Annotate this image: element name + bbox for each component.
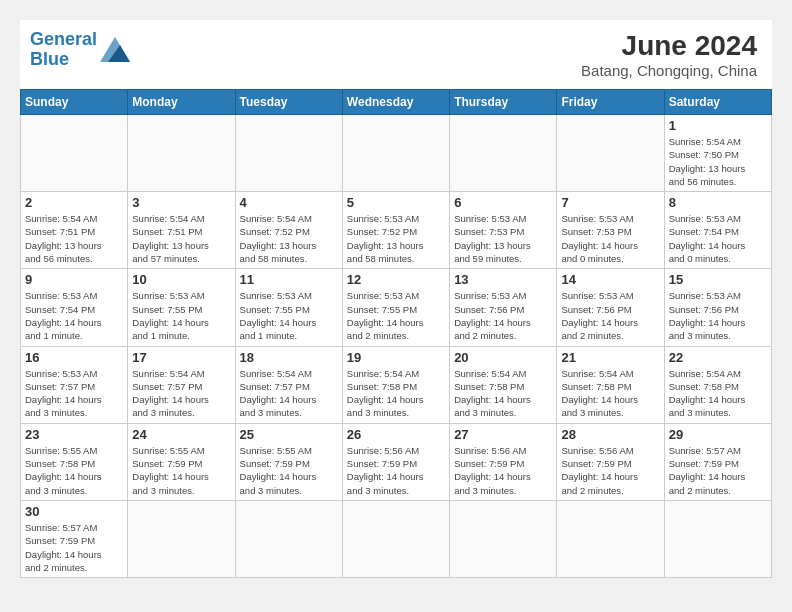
calendar-cell: 12Sunrise: 5:53 AM Sunset: 7:55 PM Dayli… bbox=[342, 269, 449, 346]
calendar-week-0: 1Sunrise: 5:54 AM Sunset: 7:50 PM Daylig… bbox=[21, 115, 772, 192]
day-number: 8 bbox=[669, 195, 767, 210]
day-info: Sunrise: 5:54 AM Sunset: 7:58 PM Dayligh… bbox=[347, 367, 445, 420]
calendar-cell: 11Sunrise: 5:53 AM Sunset: 7:55 PM Dayli… bbox=[235, 269, 342, 346]
day-info: Sunrise: 5:55 AM Sunset: 7:59 PM Dayligh… bbox=[132, 444, 230, 497]
day-number: 30 bbox=[25, 504, 123, 519]
day-info: Sunrise: 5:54 AM Sunset: 7:58 PM Dayligh… bbox=[669, 367, 767, 420]
day-number: 1 bbox=[669, 118, 767, 133]
day-info: Sunrise: 5:54 AM Sunset: 7:57 PM Dayligh… bbox=[240, 367, 338, 420]
day-number: 18 bbox=[240, 350, 338, 365]
calendar-cell bbox=[128, 500, 235, 577]
day-number: 21 bbox=[561, 350, 659, 365]
day-info: Sunrise: 5:53 AM Sunset: 7:55 PM Dayligh… bbox=[240, 289, 338, 342]
calendar-cell: 8Sunrise: 5:53 AM Sunset: 7:54 PM Daylig… bbox=[664, 192, 771, 269]
calendar-cell: 29Sunrise: 5:57 AM Sunset: 7:59 PM Dayli… bbox=[664, 423, 771, 500]
calendar-cell: 17Sunrise: 5:54 AM Sunset: 7:57 PM Dayli… bbox=[128, 346, 235, 423]
day-number: 11 bbox=[240, 272, 338, 287]
col-monday: Monday bbox=[128, 90, 235, 115]
day-info: Sunrise: 5:57 AM Sunset: 7:59 PM Dayligh… bbox=[25, 521, 123, 574]
calendar-week-4: 23Sunrise: 5:55 AM Sunset: 7:58 PM Dayli… bbox=[21, 423, 772, 500]
calendar-cell: 22Sunrise: 5:54 AM Sunset: 7:58 PM Dayli… bbox=[664, 346, 771, 423]
day-info: Sunrise: 5:53 AM Sunset: 7:53 PM Dayligh… bbox=[454, 212, 552, 265]
day-info: Sunrise: 5:54 AM Sunset: 7:50 PM Dayligh… bbox=[669, 135, 767, 188]
calendar-cell bbox=[557, 115, 664, 192]
calendar-cell bbox=[342, 115, 449, 192]
logo-blue: Blue bbox=[30, 49, 69, 69]
col-friday: Friday bbox=[557, 90, 664, 115]
day-info: Sunrise: 5:54 AM Sunset: 7:52 PM Dayligh… bbox=[240, 212, 338, 265]
calendar-cell: 2Sunrise: 5:54 AM Sunset: 7:51 PM Daylig… bbox=[21, 192, 128, 269]
calendar-week-1: 2Sunrise: 5:54 AM Sunset: 7:51 PM Daylig… bbox=[21, 192, 772, 269]
day-number: 29 bbox=[669, 427, 767, 442]
calendar-cell: 18Sunrise: 5:54 AM Sunset: 7:57 PM Dayli… bbox=[235, 346, 342, 423]
day-info: Sunrise: 5:54 AM Sunset: 7:51 PM Dayligh… bbox=[25, 212, 123, 265]
calendar-header: General Blue June 2024 Batang, Chongqing… bbox=[20, 20, 772, 89]
calendar-cell bbox=[664, 500, 771, 577]
calendar-cell: 25Sunrise: 5:55 AM Sunset: 7:59 PM Dayli… bbox=[235, 423, 342, 500]
day-number: 13 bbox=[454, 272, 552, 287]
day-info: Sunrise: 5:53 AM Sunset: 7:55 PM Dayligh… bbox=[132, 289, 230, 342]
calendar-cell: 21Sunrise: 5:54 AM Sunset: 7:58 PM Dayli… bbox=[557, 346, 664, 423]
day-info: Sunrise: 5:53 AM Sunset: 7:56 PM Dayligh… bbox=[669, 289, 767, 342]
day-number: 7 bbox=[561, 195, 659, 210]
month-year: June 2024 bbox=[581, 30, 757, 62]
day-info: Sunrise: 5:55 AM Sunset: 7:58 PM Dayligh… bbox=[25, 444, 123, 497]
day-info: Sunrise: 5:54 AM Sunset: 7:51 PM Dayligh… bbox=[132, 212, 230, 265]
day-info: Sunrise: 5:54 AM Sunset: 7:57 PM Dayligh… bbox=[132, 367, 230, 420]
calendar-table: Sunday Monday Tuesday Wednesday Thursday… bbox=[20, 89, 772, 578]
logo: General Blue bbox=[30, 30, 130, 70]
day-number: 2 bbox=[25, 195, 123, 210]
day-number: 16 bbox=[25, 350, 123, 365]
day-number: 14 bbox=[561, 272, 659, 287]
logo-icon bbox=[100, 37, 130, 62]
day-number: 25 bbox=[240, 427, 338, 442]
calendar-cell: 13Sunrise: 5:53 AM Sunset: 7:56 PM Dayli… bbox=[450, 269, 557, 346]
calendar-cell bbox=[450, 115, 557, 192]
day-info: Sunrise: 5:56 AM Sunset: 7:59 PM Dayligh… bbox=[347, 444, 445, 497]
calendar-week-3: 16Sunrise: 5:53 AM Sunset: 7:57 PM Dayli… bbox=[21, 346, 772, 423]
calendar-cell bbox=[128, 115, 235, 192]
day-number: 6 bbox=[454, 195, 552, 210]
calendar-week-2: 9Sunrise: 5:53 AM Sunset: 7:54 PM Daylig… bbox=[21, 269, 772, 346]
logo-general: General bbox=[30, 29, 97, 49]
day-number: 22 bbox=[669, 350, 767, 365]
day-number: 17 bbox=[132, 350, 230, 365]
calendar-cell: 4Sunrise: 5:54 AM Sunset: 7:52 PM Daylig… bbox=[235, 192, 342, 269]
day-info: Sunrise: 5:55 AM Sunset: 7:59 PM Dayligh… bbox=[240, 444, 338, 497]
calendar-cell: 24Sunrise: 5:55 AM Sunset: 7:59 PM Dayli… bbox=[128, 423, 235, 500]
day-number: 9 bbox=[25, 272, 123, 287]
day-info: Sunrise: 5:56 AM Sunset: 7:59 PM Dayligh… bbox=[561, 444, 659, 497]
day-number: 27 bbox=[454, 427, 552, 442]
day-info: Sunrise: 5:56 AM Sunset: 7:59 PM Dayligh… bbox=[454, 444, 552, 497]
day-number: 20 bbox=[454, 350, 552, 365]
calendar-cell: 1Sunrise: 5:54 AM Sunset: 7:50 PM Daylig… bbox=[664, 115, 771, 192]
day-number: 10 bbox=[132, 272, 230, 287]
calendar-cell bbox=[235, 115, 342, 192]
col-tuesday: Tuesday bbox=[235, 90, 342, 115]
day-info: Sunrise: 5:53 AM Sunset: 7:54 PM Dayligh… bbox=[25, 289, 123, 342]
calendar-cell: 10Sunrise: 5:53 AM Sunset: 7:55 PM Dayli… bbox=[128, 269, 235, 346]
col-wednesday: Wednesday bbox=[342, 90, 449, 115]
day-number: 28 bbox=[561, 427, 659, 442]
day-number: 3 bbox=[132, 195, 230, 210]
calendar-cell: 16Sunrise: 5:53 AM Sunset: 7:57 PM Dayli… bbox=[21, 346, 128, 423]
calendar-cell bbox=[557, 500, 664, 577]
calendar-cell: 5Sunrise: 5:53 AM Sunset: 7:52 PM Daylig… bbox=[342, 192, 449, 269]
day-info: Sunrise: 5:53 AM Sunset: 7:53 PM Dayligh… bbox=[561, 212, 659, 265]
day-info: Sunrise: 5:53 AM Sunset: 7:54 PM Dayligh… bbox=[669, 212, 767, 265]
calendar-cell: 9Sunrise: 5:53 AM Sunset: 7:54 PM Daylig… bbox=[21, 269, 128, 346]
calendar-cell: 26Sunrise: 5:56 AM Sunset: 7:59 PM Dayli… bbox=[342, 423, 449, 500]
calendar-cell: 14Sunrise: 5:53 AM Sunset: 7:56 PM Dayli… bbox=[557, 269, 664, 346]
calendar-cell: 15Sunrise: 5:53 AM Sunset: 7:56 PM Dayli… bbox=[664, 269, 771, 346]
day-info: Sunrise: 5:54 AM Sunset: 7:58 PM Dayligh… bbox=[454, 367, 552, 420]
calendar-cell: 3Sunrise: 5:54 AM Sunset: 7:51 PM Daylig… bbox=[128, 192, 235, 269]
day-number: 12 bbox=[347, 272, 445, 287]
day-info: Sunrise: 5:53 AM Sunset: 7:56 PM Dayligh… bbox=[454, 289, 552, 342]
col-saturday: Saturday bbox=[664, 90, 771, 115]
location: Batang, Chongqing, China bbox=[581, 62, 757, 79]
day-number: 15 bbox=[669, 272, 767, 287]
calendar-header-row: Sunday Monday Tuesday Wednesday Thursday… bbox=[21, 90, 772, 115]
calendar-cell: 19Sunrise: 5:54 AM Sunset: 7:58 PM Dayli… bbox=[342, 346, 449, 423]
day-number: 26 bbox=[347, 427, 445, 442]
calendar-cell bbox=[450, 500, 557, 577]
